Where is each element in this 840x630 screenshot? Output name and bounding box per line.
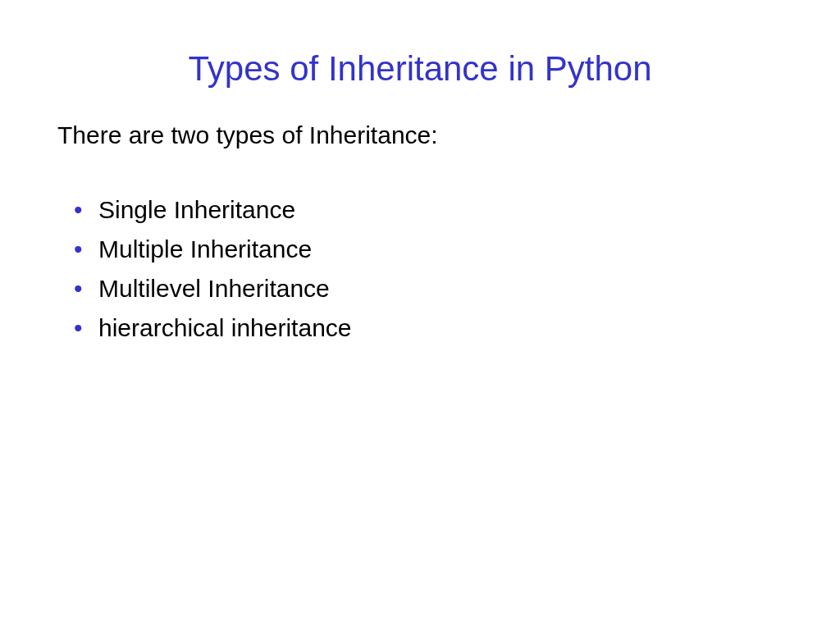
slide-container: Types of Inheritance in Python There are… [0,0,840,630]
slide-title: Types of Inheritance in Python [57,49,783,89]
list-item: Multilevel Inheritance [74,269,783,308]
list-item: hierarchical inheritance [74,308,783,348]
list-item: Single Inheritance [74,190,783,230]
bullet-list: Single Inheritance Multiple Inheritance … [57,190,783,348]
intro-text: There are two types of Inheritance: [57,121,783,149]
list-item: Multiple Inheritance [74,230,783,269]
